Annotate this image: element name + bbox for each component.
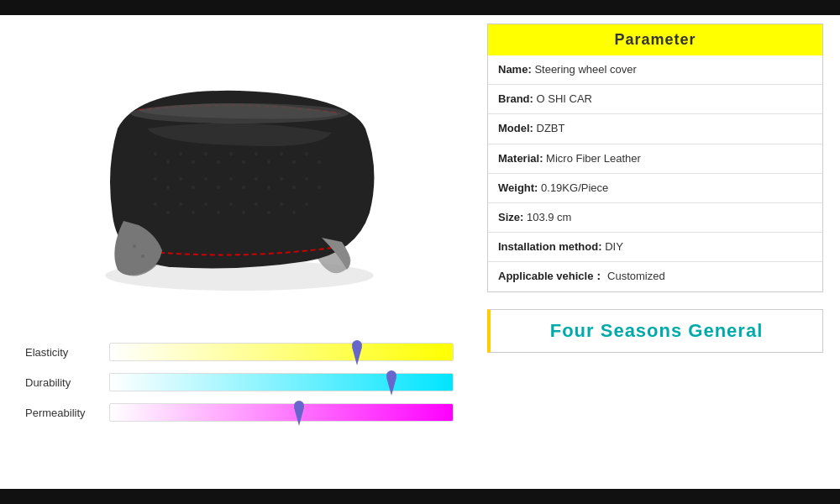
metric-row-elasticity: Elasticity bbox=[25, 343, 454, 361]
durability-bar bbox=[109, 373, 454, 391]
svg-point-43 bbox=[141, 255, 144, 258]
svg-point-25 bbox=[280, 177, 283, 181]
param-value-installation: DIY bbox=[605, 240, 623, 253]
permeability-label: Permeability bbox=[25, 407, 109, 419]
svg-point-42 bbox=[133, 244, 136, 248]
svg-point-22 bbox=[242, 186, 245, 189]
param-value-model: DZBT bbox=[537, 122, 565, 134]
svg-point-14 bbox=[318, 160, 321, 164]
metric-row-permeability: Permeability bbox=[25, 403, 454, 422]
svg-point-26 bbox=[292, 186, 296, 189]
svg-point-40 bbox=[292, 211, 296, 214]
param-label-size: Size: bbox=[498, 211, 523, 223]
svg-point-33 bbox=[204, 202, 207, 206]
param-value-name: Steering wheel cover bbox=[534, 63, 636, 76]
durability-label: Durability bbox=[25, 376, 109, 389]
right-panel: Parameter Name: Steering wheel cover Bra… bbox=[479, 15, 840, 489]
svg-point-6 bbox=[217, 160, 220, 164]
parameter-box: Parameter Name: Steering wheel cover Bra… bbox=[487, 24, 823, 292]
svg-point-48 bbox=[386, 370, 396, 381]
svg-point-31 bbox=[179, 202, 182, 206]
product-image-area bbox=[17, 24, 462, 334]
svg-point-35 bbox=[229, 202, 233, 206]
svg-point-23 bbox=[255, 177, 258, 181]
elasticity-indicator bbox=[352, 339, 362, 365]
param-label-vehicle: Applicable vehicle： bbox=[498, 270, 604, 282]
svg-point-11 bbox=[280, 152, 283, 155]
svg-point-36 bbox=[242, 211, 245, 214]
parameter-table: Name: Steering wheel cover Brand: O SHI … bbox=[488, 55, 822, 291]
svg-point-20 bbox=[217, 186, 220, 189]
svg-point-5 bbox=[204, 152, 207, 155]
svg-point-3 bbox=[179, 152, 182, 155]
param-value-vehicle: Customized bbox=[607, 270, 665, 282]
top-bar bbox=[0, 0, 840, 15]
product-image bbox=[71, 45, 407, 313]
svg-point-2 bbox=[166, 160, 170, 164]
param-label-installation: Installation method: bbox=[498, 240, 602, 253]
param-row-installation: Installation method: DIY bbox=[488, 233, 822, 262]
param-row-model: Model: DZBT bbox=[488, 114, 822, 144]
param-row-weight: Weight: 0.19KG/Piece bbox=[488, 174, 822, 203]
param-row-size: Size: 103.9 cm bbox=[488, 203, 822, 233]
svg-point-50 bbox=[294, 401, 304, 411]
svg-point-18 bbox=[192, 186, 195, 189]
permeability-indicator bbox=[294, 399, 304, 426]
seasons-box: Four Seasons General bbox=[487, 309, 823, 353]
param-value-size: 103.9 cm bbox=[527, 211, 571, 223]
svg-point-29 bbox=[154, 202, 157, 206]
param-row-brand: Brand: O SHI CAR bbox=[488, 85, 822, 114]
svg-point-15 bbox=[154, 177, 157, 181]
svg-point-7 bbox=[229, 152, 233, 155]
elasticity-label: Elasticity bbox=[25, 346, 109, 359]
elasticity-bar-container bbox=[109, 343, 454, 361]
param-value-material: Micro Fiber Leather bbox=[546, 152, 641, 165]
elasticity-bar bbox=[109, 343, 454, 361]
svg-point-12 bbox=[292, 160, 296, 164]
svg-point-17 bbox=[179, 177, 182, 181]
svg-point-4 bbox=[192, 160, 195, 164]
param-row-name: Name: Steering wheel cover bbox=[488, 55, 822, 85]
param-label-name: Name: bbox=[498, 63, 532, 76]
svg-point-19 bbox=[204, 177, 207, 181]
svg-point-37 bbox=[255, 202, 258, 206]
svg-point-32 bbox=[192, 211, 195, 214]
bottom-bar bbox=[0, 489, 840, 504]
svg-point-28 bbox=[318, 186, 321, 189]
param-row-material: Material: Micro Fiber Leather bbox=[488, 144, 822, 174]
svg-point-21 bbox=[229, 177, 233, 181]
permeability-bar-container bbox=[109, 403, 454, 422]
durability-indicator bbox=[386, 369, 396, 396]
param-label-weight: Weight: bbox=[498, 181, 538, 194]
svg-point-38 bbox=[267, 211, 270, 214]
svg-point-30 bbox=[166, 211, 170, 214]
durability-bar-container bbox=[109, 373, 454, 391]
param-value-weight: 0.19KG/Piece bbox=[541, 181, 608, 194]
svg-point-24 bbox=[267, 186, 270, 189]
seasons-text: Four Seasons General bbox=[550, 320, 764, 341]
parameter-header: Parameter bbox=[488, 24, 822, 55]
left-panel: Elasticity Durability bbox=[0, 15, 479, 489]
param-row-vehicle: Applicable vehicle： Customized bbox=[488, 262, 822, 291]
svg-point-9 bbox=[255, 152, 258, 155]
svg-point-34 bbox=[217, 211, 220, 214]
svg-point-8 bbox=[242, 160, 245, 164]
permeability-bar bbox=[109, 403, 454, 422]
param-label-brand: Brand: bbox=[498, 92, 533, 105]
svg-point-1 bbox=[154, 152, 157, 155]
svg-point-46 bbox=[352, 340, 362, 350]
svg-point-41 bbox=[305, 202, 308, 206]
main-content: Elasticity Durability bbox=[0, 15, 840, 489]
svg-point-13 bbox=[305, 152, 308, 155]
metric-row-durability: Durability bbox=[25, 373, 454, 391]
param-label-material: Material: bbox=[498, 152, 543, 165]
metrics-section: Elasticity Durability bbox=[17, 334, 462, 422]
param-label-model: Model: bbox=[498, 122, 533, 134]
svg-point-27 bbox=[305, 177, 308, 181]
svg-point-39 bbox=[280, 202, 283, 206]
svg-point-44 bbox=[130, 103, 349, 123]
param-value-brand: O SHI CAR bbox=[537, 92, 592, 105]
svg-point-16 bbox=[166, 186, 170, 189]
svg-point-10 bbox=[267, 160, 270, 164]
